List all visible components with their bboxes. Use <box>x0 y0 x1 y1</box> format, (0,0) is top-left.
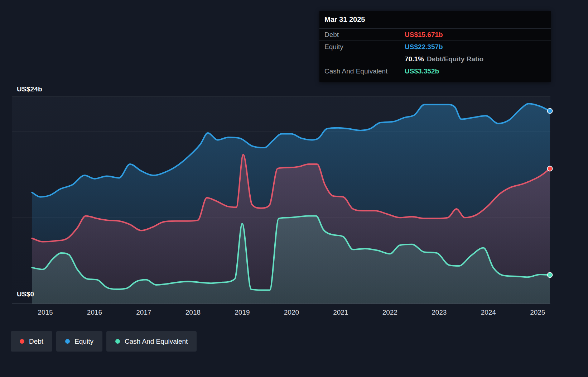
tooltip-equity-label: Equity <box>324 43 405 51</box>
legend-item-debt[interactable]: Debt <box>11 331 52 352</box>
x-tick-2023: 2023 <box>432 309 447 316</box>
y-axis-min-label: US$0 <box>17 290 34 298</box>
tooltip-equity-value: US$22.357b <box>405 43 443 51</box>
x-tick-2022: 2022 <box>382 309 397 316</box>
legend-debt-label: Debt <box>29 338 43 345</box>
tooltip-debt-value: US$15.671b <box>405 31 443 39</box>
equity-endpoint-dot <box>548 109 553 114</box>
legend-item-cash[interactable]: Cash And Equivalent <box>106 331 197 352</box>
x-tick-2017: 2017 <box>136 309 151 316</box>
debt-endpoint-dot <box>548 166 553 171</box>
x-tick-2024: 2024 <box>481 309 496 316</box>
x-tick-2018: 2018 <box>185 309 201 316</box>
x-tick-2016: 2016 <box>87 309 102 316</box>
chart-legend: Debt Equity Cash And Equivalent <box>11 331 197 352</box>
tooltip-row-cash: Cash And Equivalent US$3.352b <box>319 65 551 77</box>
equity-legend-dot-icon <box>65 339 70 344</box>
tooltip-date: Mar 31 2025 <box>319 11 551 28</box>
x-tick-2015: 2015 <box>38 309 53 316</box>
legend-cash-label: Cash And Equivalent <box>125 338 188 345</box>
cash-endpoint-dot <box>548 272 553 277</box>
tooltip-row-ratio: 70.1% Debt/Equity Ratio <box>319 53 551 65</box>
tooltip-debt-label: Debt <box>324 31 405 39</box>
chart-tooltip: Mar 31 2025 Debt US$15.671b Equity US$22… <box>319 11 551 82</box>
y-axis-max-label: US$24b <box>17 85 42 93</box>
debt-legend-dot-icon <box>20 339 24 344</box>
tooltip-row-debt: Debt US$15.671b <box>319 28 551 40</box>
legend-equity-label: Equity <box>74 338 93 345</box>
tooltip-ratio-label: Debt/Equity Ratio <box>427 55 483 63</box>
x-tick-2021: 2021 <box>333 309 348 316</box>
tooltip-ratio-value: 70.1% <box>405 55 424 63</box>
tooltip-cash-label: Cash And Equivalent <box>324 67 405 75</box>
cash-legend-dot-icon <box>115 339 120 344</box>
tooltip-row-equity: Equity US$22.357b <box>319 40 551 53</box>
legend-item-equity[interactable]: Equity <box>56 331 102 352</box>
debt-equity-history-page: 2015201620172018201920202021202220232024… <box>0 0 588 377</box>
x-tick-2019: 2019 <box>235 309 250 316</box>
tooltip-cash-value: US$3.352b <box>405 67 439 75</box>
x-tick-2020: 2020 <box>284 309 299 316</box>
x-tick-2025: 2025 <box>530 309 545 316</box>
